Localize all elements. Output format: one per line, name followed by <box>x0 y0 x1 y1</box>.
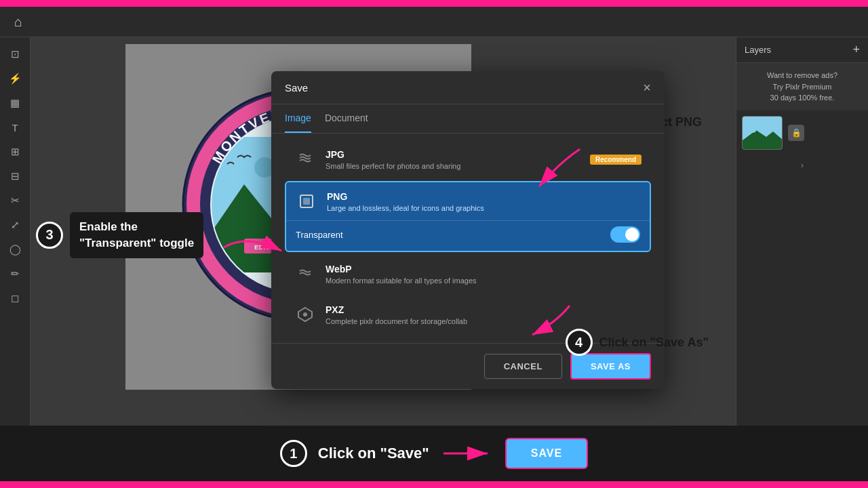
svg-point-26 <box>749 125 757 133</box>
bottom-save-bar: 1 Click on "Save" SAVE <box>0 426 868 481</box>
svg-point-20 <box>303 312 307 317</box>
tool-crop[interactable]: ⊡ <box>3 43 26 66</box>
step3-badge: 3 <box>36 222 63 249</box>
layers-label: Layers <box>745 45 771 55</box>
modal-tabs: Image Document <box>271 104 665 134</box>
format-webp[interactable]: WebP Modern format suitable for all type… <box>285 255 651 293</box>
right-panel: Layers + Want to remove ads?Try Pixlr Pr… <box>736 37 868 461</box>
pxz-info: PXZ Complete pixlr document for storage/… <box>326 304 642 325</box>
add-layer-icon[interactable]: + <box>852 43 860 57</box>
cancel-button[interactable]: CANCEL <box>484 354 562 379</box>
expand-section[interactable]: › <box>736 155 868 176</box>
webp-desc: Modern format suitable for all types of … <box>326 277 642 285</box>
pxz-desc: Complete pixlr document for storage/coll… <box>326 317 642 325</box>
jpg-info: JPG Small files perfect for photos and s… <box>326 149 580 170</box>
tool-layers[interactable]: ▦ <box>3 92 26 115</box>
tool-select[interactable]: ⊟ <box>3 165 26 188</box>
layer-thumbs: 🔒 <box>736 110 868 155</box>
tool-paint[interactable]: ✏ <box>3 262 26 285</box>
png-info: PNG Large and lossless, ideal for icons … <box>327 191 640 212</box>
modal-footer: CANCEL SAVE AS <box>271 343 665 389</box>
app-container: ⌂ ⊡ ⚡ ▦ T ⊞ ⊟ ✂ ⤢ ◯ ✏ ◻ ⚙ <box>0 7 868 481</box>
app-wrapper: ⌂ ⊡ ⚡ ▦ T ⊞ ⊟ ✂ ⤢ ◯ ✏ ◻ ⚙ <box>0 0 868 488</box>
arrow-step1 <box>440 443 494 464</box>
transparent-row: Transparent <box>286 220 650 251</box>
svg-rect-18 <box>303 198 310 205</box>
png-desc: Large and lossless, ideal for icons and … <box>327 204 640 212</box>
layer-lock-icon[interactable]: 🔒 <box>788 125 804 141</box>
tab-document[interactable]: Document <box>325 104 368 133</box>
modal-header: Save × <box>271 71 665 104</box>
format-png[interactable]: PNG Large and lossless, ideal for icons … <box>285 181 651 252</box>
modal-title: Save <box>285 82 308 94</box>
home-icon[interactable]: ⌂ <box>7 10 30 33</box>
webp-icon <box>294 263 316 285</box>
webp-name: WebP <box>326 264 642 274</box>
tool-grid[interactable]: ⊞ <box>3 140 26 163</box>
layers-header: Layers + <box>736 37 868 63</box>
format-jpg[interactable]: JPG Small files perfect for photos and s… <box>285 140 651 178</box>
ad-banner: Want to remove ads?Try Pixlr Premium30 d… <box>736 63 868 110</box>
tab-image[interactable]: Image <box>285 104 311 133</box>
toggle-knob <box>625 228 639 241</box>
top-bar: ⌂ <box>0 7 868 37</box>
left-toolbar: ⊡ ⚡ ▦ T ⊞ ⊟ ✂ ⤢ ◯ ✏ ◻ ⚙ <box>0 37 31 461</box>
save-as-button[interactable]: SAVE AS <box>570 353 651 380</box>
content-area: ⊡ ⚡ ▦ T ⊞ ⊟ ✂ ⤢ ◯ ✏ ◻ ⚙ <box>0 37 868 461</box>
tool-scissors[interactable]: ✂ <box>3 189 26 212</box>
recommend-badge: Recommend <box>590 155 642 165</box>
tool-transform[interactable]: ⤢ <box>3 214 26 237</box>
transparent-toggle[interactable] <box>610 226 640 243</box>
canvas-area: MONTVENTURE ESTD 2012 For <box>31 37 736 461</box>
pxz-icon <box>294 304 316 325</box>
close-button[interactable]: × <box>643 81 651 94</box>
tool-eraser[interactable]: ◻ <box>3 287 26 310</box>
svg-text:ESTD: ESTD <box>254 244 271 251</box>
jpg-desc: Small files perfect for photos and shari… <box>326 162 580 170</box>
transparent-label: Transparent <box>296 230 343 240</box>
png-name: PNG <box>327 191 640 202</box>
jpg-icon <box>294 148 316 170</box>
png-icon <box>296 190 317 212</box>
format-pxz[interactable]: PXZ Complete pixlr document for storage/… <box>285 296 651 333</box>
jpg-name: JPG <box>326 149 580 160</box>
tool-flash[interactable]: ⚡ <box>3 67 26 90</box>
save-button[interactable]: SAVE <box>505 438 588 469</box>
modal-body: JPG Small files perfect for photos and s… <box>271 134 665 343</box>
step1-badge: 1 <box>280 440 307 467</box>
step1-text: Click on "Save" <box>318 445 429 462</box>
save-modal: Save × Image Document <box>271 71 665 389</box>
tool-text[interactable]: T <box>3 116 26 139</box>
pxz-name: PXZ <box>326 304 642 315</box>
tool-circle[interactable]: ◯ <box>3 238 26 261</box>
layer-thumbnail[interactable] <box>742 116 783 150</box>
webp-info: WebP Modern format suitable for all type… <box>326 264 642 285</box>
